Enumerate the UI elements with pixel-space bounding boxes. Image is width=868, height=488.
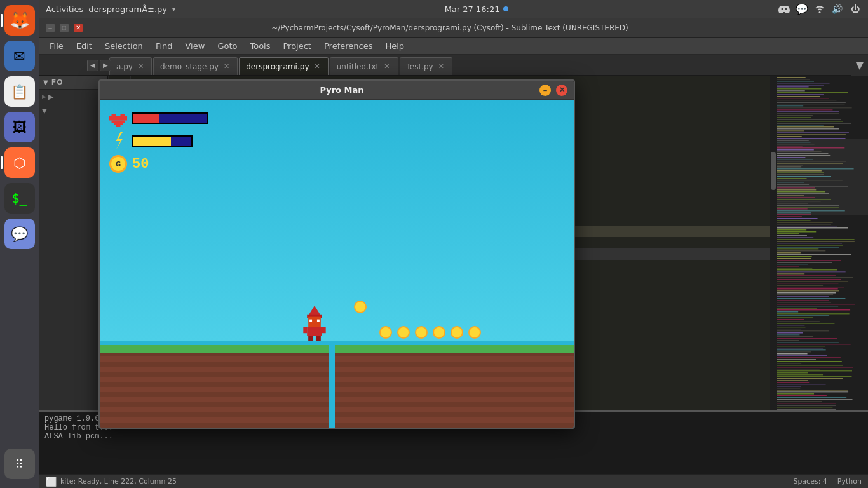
svg-marker-6 — [116, 132, 123, 150]
energy-bar-fill — [133, 137, 171, 146]
coin-row-6 — [468, 326, 481, 339]
floating-coin-1 — [354, 301, 367, 313]
minimap-canvas — [770, 76, 868, 433]
tab-dersprogrami[interactable]: dersprogrami.py ✕ — [239, 57, 329, 75]
sidebar-file-row-2[interactable]: ▼ — [39, 104, 107, 118]
coin-row-5 — [451, 326, 463, 339]
power-icon[interactable]: ⏻ — [849, 3, 862, 15]
dropdown-arrow-icon[interactable]: ▾ — [172, 6, 175, 13]
sidebar-item-terminal[interactable]: $_ — [4, 183, 35, 214]
menu-find[interactable]: Find — [149, 40, 179, 52]
svg-rect-14 — [322, 327, 326, 333]
menu-project[interactable]: Project — [276, 40, 317, 52]
menu-selection[interactable]: Selection — [98, 40, 149, 52]
coin-row-3 — [415, 326, 428, 339]
sidebar-item-mail[interactable]: ✉ — [4, 41, 35, 71]
linux-sidebar: 🦊 ✉ 📋 🖼 ⬡ $_ 💬 ⠿ — [0, 0, 39, 488]
game-title-bar: Pyro Man – ✕ — [100, 81, 574, 100]
tab-demo-stage-label: demo_stage.py — [160, 62, 219, 71]
status-bar-text: kite: Ready, Line 222, Column 25 — [60, 477, 177, 485]
game-hud: G 50 — [109, 109, 208, 178]
sidebar-item-sublime[interactable]: ⬡ — [4, 147, 35, 178]
tab-test-py[interactable]: Test.py ✕ — [400, 57, 452, 75]
status-spaces[interactable]: Spaces: 4 — [793, 477, 827, 485]
discord-sys-icon[interactable] — [778, 3, 790, 15]
tab-a-py-close[interactable]: ✕ — [137, 62, 145, 71]
editor-scrollbar[interactable] — [770, 76, 777, 433]
tab-a-py[interactable]: a.py ✕ — [109, 57, 152, 75]
system-bar: Activities dersprogramÃ±.py ▾ Mar 27 16:… — [39, 0, 868, 18]
volume-icon[interactable]: 🔊 — [831, 3, 844, 15]
tab-scroll-btn[interactable]: ▼ — [851, 55, 868, 76]
game-close-btn[interactable]: ✕ — [556, 85, 567, 96]
menu-help[interactable]: Help — [379, 40, 410, 52]
status-language[interactable]: Python — [837, 477, 862, 485]
tab-demo-stage[interactable]: demo_stage.py ✕ — [153, 57, 238, 75]
game-minimize-btn[interactable]: – — [539, 85, 551, 96]
hud-coin-count: 50 — [132, 156, 149, 172]
svg-rect-15 — [308, 336, 313, 341]
game-content: G 50 — [100, 100, 574, 428]
ground-platform-middle — [335, 345, 574, 428]
energy-bar-bg — [132, 135, 193, 147]
wifi-icon[interactable] — [813, 3, 826, 15]
svg-rect-1 — [121, 114, 125, 116]
sidebar-header: ▼ FO — [39, 76, 107, 90]
sidebar-file-row[interactable]: ▶ ▶ — [39, 90, 107, 104]
sidebar-item-apps[interactable]: ⠿ — [4, 449, 35, 479]
sidebar-file-label: ▶ — [48, 93, 53, 101]
tab-dersprogrami-label: dersprogrami.py — [246, 62, 309, 71]
tab-untitled-label: untitled.txt — [337, 62, 379, 71]
game-window: Pyro Man – ✕ — [98, 79, 575, 429]
health-bar-fill — [133, 114, 159, 123]
tab-dersprogrami-close[interactable]: ✕ — [313, 62, 321, 71]
menu-view[interactable]: View — [179, 40, 212, 52]
window-minimize-btn[interactable]: – — [46, 24, 55, 32]
tab-untitled[interactable]: untitled.txt ✕ — [330, 57, 398, 75]
tab-bar: ◀ ▶ a.py ✕ demo_stage.py ✕ dersprogrami.… — [39, 55, 868, 76]
menu-preferences[interactable]: Preferences — [318, 40, 379, 52]
activities-label[interactable]: Activities — [46, 4, 83, 14]
svg-rect-13 — [303, 327, 307, 333]
window-close-btn[interactable]: ✕ — [74, 24, 83, 32]
scrollbar-handle[interactable] — [771, 152, 776, 190]
code-minimap[interactable] — [770, 76, 868, 433]
svg-rect-12 — [307, 327, 322, 336]
chat-sys-icon[interactable]: 💬 — [796, 3, 808, 15]
menu-file[interactable]: File — [43, 40, 70, 52]
menu-tools[interactable]: Tools — [243, 40, 276, 52]
svg-rect-4 — [114, 123, 123, 125]
player-character — [303, 306, 326, 341]
window-title: ~/PycharmProjects/Cysoft/PyroMan/derspro… — [83, 24, 817, 32]
svg-rect-2 — [109, 116, 127, 121]
tab-untitled-close[interactable]: ✕ — [383, 62, 391, 71]
svg-rect-16 — [316, 336, 321, 341]
status-bar: ⬜ kite: Ready, Line 222, Column 25 Space… — [39, 474, 868, 488]
sidebar-expand-arrow[interactable]: ▼ — [43, 79, 49, 86]
tab-test-py-close[interactable]: ✕ — [437, 62, 445, 71]
svg-marker-7 — [308, 306, 321, 316]
sidebar-item-image[interactable]: 🖼 — [4, 112, 35, 142]
status-bar-icon: ⬜ — [46, 477, 57, 487]
file-sidebar: ▼ FO ▶ ▶ ▼ — [39, 76, 108, 433]
notification-dot — [503, 6, 508, 11]
sidebar-item-notes[interactable]: 📋 — [4, 76, 35, 107]
sidebar-item-firefox[interactable]: 🦊 — [4, 5, 35, 36]
app-name-label: dersprogramÃ±.py — [88, 4, 167, 14]
tab-next-btn[interactable]: ▶ — [100, 60, 111, 71]
tab-demo-stage-close[interactable]: ✕ — [222, 62, 231, 71]
svg-rect-11 — [317, 320, 320, 322]
title-bar: – □ ✕ ~/PycharmProjects/Cysoft/PyroMan/d… — [39, 18, 868, 38]
health-bar-bg — [132, 112, 208, 124]
tab-test-py-label: Test.py — [407, 62, 433, 71]
tab-a-py-label: a.py — [116, 62, 133, 71]
game-title: Pyro Man — [144, 85, 539, 95]
system-time: Mar 27 16:21 — [445, 4, 500, 14]
sidebar-item-discord[interactable]: 💬 — [4, 219, 35, 249]
energy-icon — [109, 132, 127, 150]
window-maximize-btn[interactable]: □ — [60, 24, 69, 32]
menu-goto[interactable]: Goto — [211, 40, 243, 52]
menu-edit[interactable]: Edit — [70, 40, 98, 52]
svg-rect-3 — [112, 121, 125, 123]
tab-prev-btn[interactable]: ◀ — [87, 60, 98, 71]
